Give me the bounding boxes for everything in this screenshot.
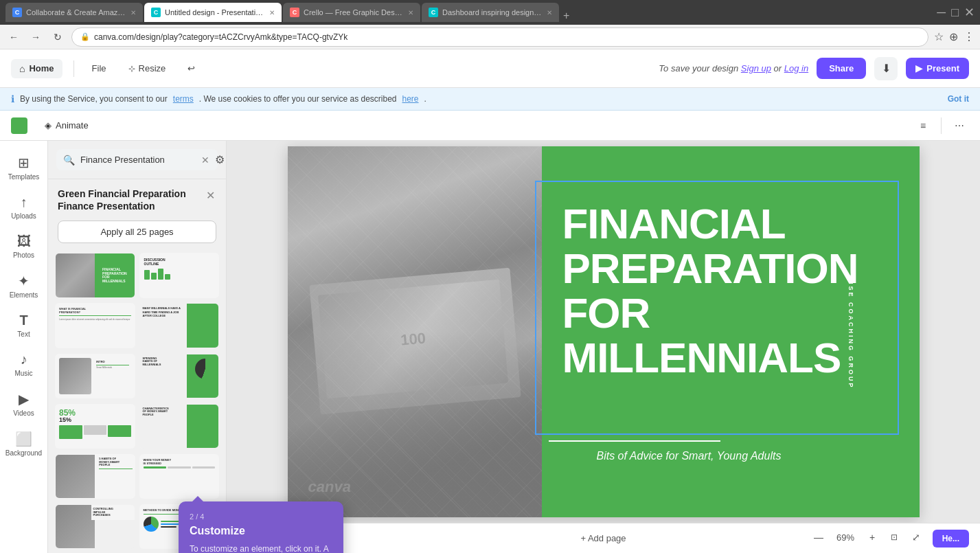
zoom-out-button[interactable]: —: [810, 528, 828, 546]
url-text: canva.com/design/play?category=tACZCrvyA…: [94, 32, 347, 42]
videos-icon: ▶: [19, 391, 29, 407]
side-text-vertical: WISE COACHING GROUP: [847, 274, 854, 389]
apply-all-button[interactable]: Apply all 25 pages: [58, 221, 216, 243]
browser-actions: ☆ ⊕ ⋮: [934, 30, 975, 43]
animate-button[interactable]: ◈ Animate: [36, 115, 98, 135]
sidebar-item-background[interactable]: ⬜ Background: [3, 425, 45, 462]
popup-title: Customize: [190, 525, 332, 537]
main-title: FINANCIALPREPARATIONFOR MILLENNIALS: [562, 201, 892, 380]
templates-icon: ⊞: [18, 155, 30, 171]
extensions-button[interactable]: ⊕: [949, 30, 958, 43]
new-tab-button[interactable]: +: [560, 10, 572, 22]
clear-icon[interactable]: ✕: [201, 155, 209, 166]
template-item-2[interactable]: DISCUSSIONOUTLINE: [139, 253, 220, 298]
terms-link[interactable]: terms: [173, 94, 194, 104]
zoom-in-button[interactable]: +: [863, 528, 881, 546]
sign-up-link[interactable]: Sign up: [741, 63, 771, 74]
cookie-banner: ℹ By using the Service, you consent to o…: [0, 88, 980, 111]
template-item-8[interactable]: CHARACTERISTICSOF MONEY-SMARTPEOPLE: [139, 404, 220, 449]
resize-button[interactable]: ⊹ Resize: [122, 59, 173, 78]
tab-close-1[interactable]: ✕: [130, 9, 136, 16]
cookie-middle-text: . We use cookies to offer you our servic…: [199, 94, 397, 104]
tab-close-3[interactable]: ✕: [408, 9, 413, 16]
minimize-button[interactable]: ─: [937, 5, 946, 20]
sidebar-item-photos[interactable]: 🖼 Photos: [3, 228, 45, 264]
tab-close-4[interactable]: ✕: [547, 9, 552, 16]
popup-step: 2 / 4: [190, 512, 332, 521]
uploads-icon: ↑: [21, 194, 27, 210]
download-icon: ⬇: [882, 62, 891, 75]
sidebar-item-elements[interactable]: ✦ Elements: [3, 267, 45, 304]
sidebar-item-text[interactable]: T Text: [3, 307, 45, 343]
undo-icon: ↩: [187, 63, 195, 74]
cookie-text: By using the Service, you consent to our: [20, 94, 168, 104]
zoom-value[interactable]: 69%: [832, 532, 859, 543]
text-icon: T: [19, 313, 27, 328]
help-button[interactable]: He...: [933, 530, 969, 548]
share-button[interactable]: Share: [817, 58, 866, 79]
canvas-scroll[interactable]: 100 canva: [227, 141, 980, 523]
template-item-1[interactable]: FINANCIALPREPARATIONFORMILLENNIALS: [55, 253, 135, 298]
download-button[interactable]: ⬇: [874, 57, 898, 80]
template-panel: 🔍 ✕ ⚙ Green Financial Preparation Financ…: [48, 141, 226, 553]
sidebar-item-videos[interactable]: ▶ Videos: [3, 385, 45, 422]
resize-label: Resize: [139, 63, 166, 74]
template-item-10[interactable]: When Your Moneyis Stressed: [139, 454, 220, 499]
star-button[interactable]: ☆: [934, 30, 944, 43]
app-container: ⌂ Home File ⊹ Resize ↩ To save your desi…: [0, 49, 980, 553]
canvas-area: 100 canva: [227, 141, 980, 553]
template-item-11[interactable]: CONTROLLINGIMPULSEPURCHASES: [55, 504, 135, 550]
browser-tab-3[interactable]: C Crello — Free Graphic Design So... ✕: [283, 3, 420, 22]
slide-subtitle: Bits of Advice for Smart, Young Adults: [597, 450, 782, 462]
slide-container[interactable]: 100 canva: [288, 146, 920, 517]
back-button[interactable]: ←: [5, 29, 22, 45]
file-button[interactable]: File: [85, 59, 113, 78]
refresh-button[interactable]: ↻: [49, 29, 66, 45]
zoom-controls: — 69% + ⊡ ⤢: [810, 528, 925, 546]
color-swatch[interactable]: [11, 117, 27, 134]
maximize-button[interactable]: □: [951, 5, 959, 20]
more-button[interactable]: ⋮: [964, 30, 975, 43]
template-item-3[interactable]: WHAT IS FINANCIALPREPARATION? Lorem ipsu…: [55, 303, 135, 348]
sidebar-item-music[interactable]: ♪ Music: [3, 346, 45, 383]
filter-icon[interactable]: ≡: [913, 116, 933, 135]
fullscreen-button[interactable]: ⤢: [907, 528, 925, 546]
forward-button[interactable]: →: [27, 29, 44, 45]
slide-divider: [549, 440, 720, 442]
template-item-6[interactable]: SPENDINGHABITS OFMILLENNIALS: [139, 354, 220, 399]
lock-icon: 🔒: [80, 32, 90, 41]
here-link[interactable]: here: [402, 94, 419, 104]
top-bar: ⌂ Home File ⊹ Resize ↩ To save your desi…: [0, 49, 980, 88]
search-box: 🔍 ✕ ⚙: [56, 149, 218, 170]
sidebar-item-templates[interactable]: ⊞ Templates: [3, 149, 45, 186]
add-page-button[interactable]: + Add page: [570, 528, 636, 549]
template-item-9[interactable]: 5 habits ofMoney-SmartPeople: [55, 454, 135, 499]
present-button[interactable]: ▶ Present: [906, 58, 969, 79]
filter-icon[interactable]: ⚙: [215, 153, 225, 166]
home-button[interactable]: ⌂ Home: [11, 59, 62, 78]
fit-page-button[interactable]: ⊡: [885, 528, 903, 546]
template-item-7[interactable]: 85% 15%: [55, 404, 135, 449]
save-prompt: To save your design Sign up or Log in: [659, 63, 808, 74]
template-item-5[interactable]: INTRO Smart Millennials: [55, 354, 135, 399]
log-in-link[interactable]: Log in: [784, 63, 808, 74]
music-icon: ♪: [21, 352, 27, 368]
more-options-icon[interactable]: ⋯: [950, 116, 969, 135]
address-bar[interactable]: 🔒 canva.com/design/play?category=tACZCrv…: [71, 27, 928, 47]
info-icon: ℹ: [11, 93, 14, 104]
tab-close-2[interactable]: ✕: [269, 9, 275, 16]
search-icon: 🔍: [63, 155, 75, 166]
close-button[interactable]: ✕: [205, 188, 216, 203]
close-window-button[interactable]: ✕: [964, 5, 975, 20]
panel-search: 🔍 ✕ ⚙: [48, 141, 226, 179]
undo-button[interactable]: ↩: [181, 59, 202, 78]
browser-tab-2[interactable]: C Untitled design - Presentation (1... ✕: [144, 3, 282, 22]
sidebar-combined: ⊞ Templates ↑ Uploads 🖼 Photos ✦ Element…: [0, 141, 227, 553]
browser-tab-4[interactable]: C Dashboard inspiring designs - C... ✕: [422, 3, 559, 22]
sidebar-item-uploads[interactable]: ↑ Uploads: [3, 189, 45, 225]
got-it-button[interactable]: Got it: [948, 94, 969, 104]
toolbar-divider: [941, 117, 942, 134]
template-item-4[interactable]: MANY MILLENNIALS HAVE A HARD TIME FINDIN…: [139, 303, 220, 348]
search-input[interactable]: [80, 155, 196, 165]
browser-tab-1[interactable]: C Collaborate & Create Amazing G... ✕: [5, 3, 143, 22]
